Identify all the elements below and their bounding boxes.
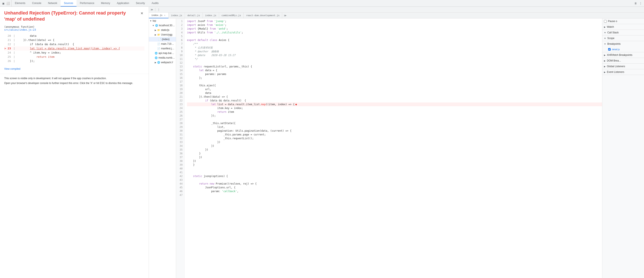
tree-item-manifest[interactable]: 📄 manifest.json <box>149 46 176 51</box>
event-header[interactable]: ▶ Event Listeners <box>602 69 644 75</box>
pause-label: Pause o <box>608 20 617 23</box>
call-stack-header[interactable]: ▼ Call Stack <box>602 30 644 35</box>
watch-label: Watch <box>607 25 614 28</box>
tabs-overflow-icon[interactable]: ≫ <box>282 14 288 17</box>
code-row-44: return new Promise((reslove, rej) => { <box>187 182 602 186</box>
more-tools-icon[interactable]: ≫ <box>150 8 154 12</box>
code-row-14: let data = { <box>187 68 602 72</box>
pause-checkbox[interactable] <box>604 20 607 23</box>
event-label: Event Listeners <box>607 71 624 73</box>
tree-label: Users/ygg <box>161 33 172 36</box>
code-line-26: 26 | }); <box>4 59 144 63</box>
file-tab-reactdom[interactable]: react-dom.development.js <box>244 13 282 18</box>
file-tab-index2[interactable]: index.js <box>168 13 185 18</box>
code-row-3: import {Modal} from 'antd'; <box>187 27 602 31</box>
code-row-16: }; <box>187 76 602 80</box>
pause-checkbox-area: Pause o <box>602 19 644 24</box>
breakpoint-checkbox[interactable] <box>608 48 611 51</box>
code-row-40 <box>187 167 602 171</box>
tree-arrow: ▶ <box>155 61 156 64</box>
globe-icon: 🌐 <box>155 57 158 59</box>
sources-main: ▼ top ▼ 🌐 localhost:3000 ▶ 📁 static/js ▶… <box>149 19 644 278</box>
tree-item-staticjs[interactable]: ▶ 📁 static/js <box>149 28 176 32</box>
code-row-7: /** <box>187 42 602 46</box>
globe-icon: 🌐 <box>155 52 158 55</box>
file-tab-label: index.js <box>151 14 162 17</box>
tab-console[interactable]: Console <box>29 0 45 7</box>
tree-item-localhost[interactable]: ▼ 🌐 localhost:3000 <box>149 23 176 28</box>
file-tree: ▼ top ▼ 🌐 localhost:3000 ▶ 📁 static/js ▶… <box>149 19 176 278</box>
tab-memory[interactable]: Memory <box>98 0 114 7</box>
tree-label: api.map.baidu... <box>158 52 175 55</box>
file-icon: 📄 <box>157 43 160 45</box>
code-line-23-error: > 23 | let list = data.result.item_list.… <box>4 46 144 51</box>
breakpoint-file[interactable]: detail.js <box>612 48 620 51</box>
tree-label: localhost:3000 <box>159 24 175 27</box>
code-row-29: list, <box>187 125 602 129</box>
toolbar-menu-icon[interactable]: ⋮ <box>156 8 161 12</box>
tree-item-media[interactable]: 🌐 media.number... <box>149 55 176 60</box>
pause-section: Pause o <box>602 19 644 24</box>
file-location[interactable]: src/axios/index.js:23 <box>4 28 144 31</box>
tab-performance[interactable]: Performance <box>76 0 98 7</box>
file-tab-index3[interactable]: index.js <box>203 13 219 18</box>
code-editor[interactable]: 1 2 3 4 5 6 7 8 9 10 11 12 13 14 <box>176 19 602 278</box>
code-row-15: params: params <box>187 72 602 76</box>
file-tab-close[interactable]: ✕ <box>164 14 166 17</box>
tree-item-main[interactable]: 📄 main.719bbc... <box>149 42 176 46</box>
inspect-icon[interactable]: ▣ <box>2 2 5 5</box>
tree-item-index-active[interactable]: 📄 (index) <box>149 37 176 42</box>
close-button[interactable]: ✕ <box>140 10 144 16</box>
tree-label: main.719bbc... <box>161 42 175 45</box>
watch-header[interactable]: ▶ Watch <box>602 24 644 30</box>
global-header[interactable]: ▶ Global Listeners <box>602 64 644 69</box>
tab-security[interactable]: Security <box>132 0 148 7</box>
xhr-header[interactable]: ▶ XHR/fetch Breakpoints <box>602 52 644 58</box>
code-row-24: item.key = index; <box>187 106 602 110</box>
code-line-25: 25 | return item <box>4 55 144 59</box>
breakpoints-header[interactable]: ▼ Breakpoints <box>602 41 644 47</box>
code-row-38: }) <box>187 159 602 163</box>
tab-elements[interactable]: Elements <box>12 0 29 7</box>
function-name: (anonymous function) <box>4 25 144 28</box>
tree-item-usersygg[interactable]: ▶ 📁 Users/ygg <box>149 32 176 37</box>
code-row-11: */ <box>187 57 602 61</box>
code-row-1: import JsonP from 'jsonp'; <box>187 19 602 23</box>
code-row-23-error: let list = data.result.item_list.map((it… <box>187 102 602 106</box>
file-tab-index-active[interactable]: index.js ✕ <box>149 13 168 18</box>
pause-icon[interactable]: ⏸ <box>634 2 637 5</box>
xhr-label: XHR/fetch Breakpoints <box>607 54 632 57</box>
tree-label: media.number... <box>158 56 175 59</box>
file-tab-combineurls[interactable]: combineURLs.js <box>219 13 244 18</box>
tree-item-top[interactable]: ▼ top <box>149 19 176 23</box>
file-tab-label: react-dom.development.js <box>246 14 280 17</box>
code-line-22: 22 | if (data && data.result) { <box>4 42 144 46</box>
watch-arrow: ▶ <box>604 26 606 28</box>
tree-item-apimap[interactable]: 🌐 api.map.baidu... <box>149 51 176 55</box>
breakpoints-arrow: ▼ <box>604 43 606 45</box>
code-row-9: * @author 姚格格 <box>187 50 602 53</box>
scope-header[interactable]: ▼ Scope <box>602 36 644 41</box>
tree-item-webpack[interactable]: ▶ 🌐 webpack:// <box>149 60 176 65</box>
tab-application[interactable]: Application <box>114 0 132 7</box>
device-icon[interactable]: ⬜ <box>6 2 10 5</box>
code-row-41 <box>187 171 602 174</box>
code-row-17 <box>187 80 602 84</box>
global-section: ▶ Global Listeners <box>602 64 644 69</box>
xhr-section: ▶ XHR/fetch Breakpoints <box>602 52 644 58</box>
scope-section: ▼ Scope <box>602 36 644 41</box>
tabs-bar: Elements Console Network Sources Perform… <box>12 0 632 7</box>
event-arrow: ▶ <box>604 71 606 73</box>
tab-network[interactable]: Network <box>45 0 60 7</box>
tab-sources[interactable]: Sources <box>60 0 76 7</box>
tree-label: top <box>152 19 156 22</box>
code-row-47 <box>187 193 602 197</box>
settings-icon[interactable]: ⋮ <box>639 2 642 5</box>
file-tab-detail[interactable]: detail.js <box>185 13 203 18</box>
view-compiled-link[interactable]: View compiled <box>0 67 149 74</box>
line-numbers: 1 2 3 4 5 6 7 8 9 10 11 12 13 14 <box>176 19 184 278</box>
tab-audits[interactable]: Audits <box>148 0 162 7</box>
dom-header[interactable]: ▶ DOM Brea... <box>602 58 644 63</box>
code-row-8: * 公共请求封装 <box>187 46 602 50</box>
breakpoints-content: detail.js <box>602 47 644 52</box>
